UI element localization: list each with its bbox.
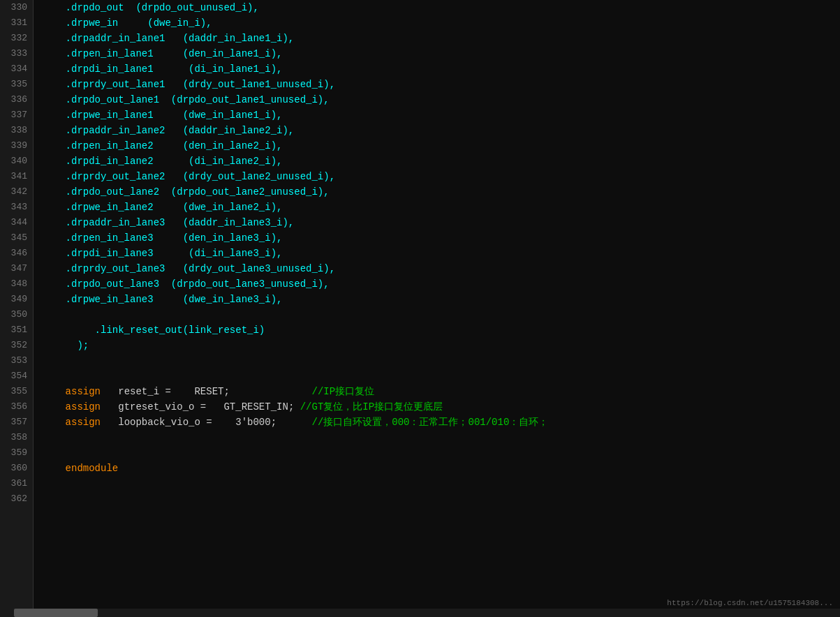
code-segment: );: [42, 338, 89, 353]
code-segment: .drpaddr_in_lane1 (daddr_in_lane1_i),: [42, 31, 294, 46]
line-number: 345: [6, 230, 27, 246]
line-number: 332: [6, 31, 27, 46]
code-segment: .drpdi_in_lane1 (di_in_lane1_i),: [42, 61, 282, 77]
code-line: .drpdo_out_lane1 (drpdo_out_lane1_unused…: [42, 92, 840, 107]
line-number: 346: [6, 246, 27, 261]
line-number: 348: [6, 276, 27, 292]
code-segment: reset_i = RESET;: [101, 384, 311, 399]
code-line: [42, 430, 840, 445]
code-segment: .drpdo_out (drpdo_out_unused_i),: [42, 0, 259, 15]
line-number: 341: [6, 169, 27, 184]
code-line: .drpen_in_lane1 (den_in_lane1_i),: [42, 46, 840, 61]
line-number: 340: [6, 154, 27, 169]
code-segment: [42, 384, 66, 399]
code-segment: .drpwe_in (dwe_in_i),: [42, 15, 212, 31]
code-segment: gtreset_vio_o = GT_RESET_IN;: [101, 399, 300, 415]
code-segment: .drpwe_in_lane2 (dwe_in_lane2_i),: [42, 200, 282, 215]
code-line: assign loopback_vio_o = 3'b000; //接口自环设置…: [42, 415, 840, 430]
code-line: endmodule: [42, 461, 840, 476]
line-number: 362: [6, 491, 27, 507]
code-segment: //IP接口复位: [311, 384, 374, 399]
code-segment: //接口自环设置，000：正常工作；001/010：自环；: [311, 415, 548, 430]
line-number-gutter: 3303313323333343353363373383393403413423…: [0, 0, 34, 617]
line-number: 343: [6, 200, 27, 215]
code-line: .drpaddr_in_lane2 (daddr_in_lane2_i),: [42, 123, 840, 138]
line-number: 334: [6, 61, 27, 77]
code-line: );: [42, 338, 840, 353]
code-segment: assign: [66, 384, 101, 399]
watermark: https://blog.csdn.net/u1575184308...: [667, 599, 833, 607]
line-number: 360: [6, 461, 27, 476]
code-segment: assign: [66, 415, 101, 430]
code-editor: 3303313323333343353363373383393403413423…: [0, 0, 840, 617]
line-number: 339: [6, 138, 27, 154]
code-line: [42, 307, 840, 322]
code-segment: .drpaddr_in_lane3 (daddr_in_lane3_i),: [42, 215, 294, 230]
code-line: [42, 491, 840, 507]
line-number: 355: [6, 384, 27, 399]
line-number: 330: [6, 0, 27, 15]
code-line: .drpdi_in_lane3 (di_in_lane3_i),: [42, 246, 840, 261]
line-number: 336: [6, 92, 27, 107]
code-segment: .drprdy_out_lane3 (drdy_out_lane3_unused…: [42, 261, 335, 276]
code-line: assign reset_i = RESET; //IP接口复位: [42, 384, 840, 399]
code-line: assign gtreset_vio_o = GT_RESET_IN; //GT…: [42, 399, 840, 415]
line-number: 361: [6, 476, 27, 491]
code-line: .drpwe_in_lane1 (dwe_in_lane1_i),: [42, 107, 840, 123]
code-segment: .drpaddr_in_lane2 (daddr_in_lane2_i),: [42, 123, 294, 138]
code-body[interactable]: .drpdo_out (drpdo_out_unused_i), .drpwe_…: [34, 0, 840, 617]
code-segment: .drpen_in_lane3 (den_in_lane3_i),: [42, 230, 282, 246]
code-segment: .link_reset_out(link_reset_i): [42, 322, 265, 338]
code-segment: .drpdo_out_lane3 (drpdo_out_lane3_unused…: [42, 276, 330, 292]
line-number: 331: [6, 15, 27, 31]
code-line: .drpdo_out_lane2 (drpdo_out_lane2_unused…: [42, 184, 840, 200]
code-line: .drpaddr_in_lane1 (daddr_in_lane1_i),: [42, 31, 840, 46]
code-line: .drpdi_in_lane2 (di_in_lane2_i),: [42, 154, 840, 169]
code-segment: [42, 415, 66, 430]
code-segment: .drpdi_in_lane2 (di_in_lane2_i),: [42, 154, 282, 169]
line-number: 352: [6, 338, 27, 353]
code-segment: endmodule: [42, 461, 118, 476]
line-number: 351: [6, 322, 27, 338]
line-number: 358: [6, 430, 27, 445]
line-number: 338: [6, 123, 27, 138]
code-segment: .drpdo_out_lane1 (drpdo_out_lane1_unused…: [42, 92, 330, 107]
line-number: 333: [6, 46, 27, 61]
horizontal-scrollbar[interactable]: [0, 609, 840, 617]
code-segment: .drpen_in_lane2 (den_in_lane2_i),: [42, 138, 282, 154]
code-segment: .drprdy_out_lane2 (drdy_out_lane2_unused…: [42, 169, 335, 184]
line-number: 354: [6, 369, 27, 384]
line-number: 353: [6, 353, 27, 369]
code-segment: .drpdo_out_lane2 (drpdo_out_lane2_unused…: [42, 184, 330, 200]
code-segment: assign: [66, 399, 101, 415]
code-line: .drpwe_in_lane3 (dwe_in_lane3_i),: [42, 292, 840, 307]
line-number: 359: [6, 445, 27, 461]
code-segment: .drpwe_in_lane3 (dwe_in_lane3_i),: [42, 292, 282, 307]
code-line: .link_reset_out(link_reset_i): [42, 322, 840, 338]
code-line: .drprdy_out_lane2 (drdy_out_lane2_unused…: [42, 169, 840, 184]
code-line: [42, 445, 840, 461]
scrollbar-thumb[interactable]: [14, 609, 98, 617]
code-line: .drpaddr_in_lane3 (daddr_in_lane3_i),: [42, 215, 840, 230]
line-number: 347: [6, 261, 27, 276]
code-line: .drpwe_in (dwe_in_i),: [42, 15, 840, 31]
code-line: .drprdy_out_lane3 (drdy_out_lane3_unused…: [42, 261, 840, 276]
line-number: 356: [6, 399, 27, 415]
code-line: [42, 476, 840, 491]
line-number: 342: [6, 184, 27, 200]
line-number: 349: [6, 292, 27, 307]
line-number: 344: [6, 215, 27, 230]
code-segment: .drpwe_in_lane1 (dwe_in_lane1_i),: [42, 107, 282, 123]
code-segment: [42, 399, 66, 415]
code-line: .drpen_in_lane3 (den_in_lane3_i),: [42, 230, 840, 246]
code-line: .drpdi_in_lane1 (di_in_lane1_i),: [42, 61, 840, 77]
code-line: .drpdo_out (drpdo_out_unused_i),: [42, 0, 840, 15]
code-line: [42, 353, 840, 369]
line-number: 350: [6, 307, 27, 322]
code-line: .drpwe_in_lane2 (dwe_in_lane2_i),: [42, 200, 840, 215]
code-segment: .drprdy_out_lane1 (drdy_out_lane1_unused…: [42, 77, 335, 92]
code-line: [42, 369, 840, 384]
code-segment: loopback_vio_o = 3'b000;: [101, 415, 311, 430]
line-number: 335: [6, 77, 27, 92]
line-number: 337: [6, 107, 27, 123]
